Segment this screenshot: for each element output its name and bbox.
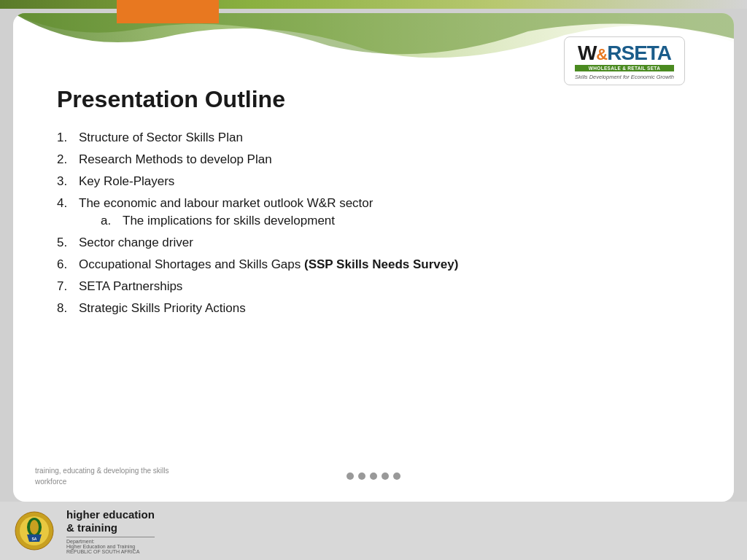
item-text: Structure of Sector Skills Plan	[79, 131, 243, 145]
list-item: The economic and labour market outlook W…	[57, 196, 690, 228]
item-text: Key Role-Players	[79, 174, 174, 189]
item-text: Strategic Skills Priority Actions	[79, 301, 246, 316]
item-text: Occupational Shortages and Skills Gaps (…	[79, 257, 458, 272]
logo-text: W&RSETA	[578, 42, 671, 65]
list-item: Key Role-Players	[57, 174, 690, 189]
dot-2	[358, 472, 365, 480]
list-item: Sector change driver	[57, 236, 690, 250]
slide-wrapper: W&RSETA WHOLESALE & RETAIL SETA Skills D…	[0, 0, 747, 560]
logo-green-bar: WHOLESALE & RETAIL SETA	[575, 65, 674, 71]
footer-dept-title: higher education& training	[66, 508, 155, 534]
dot-1	[347, 472, 354, 480]
sub-list-item: The implications for skills development	[79, 214, 373, 228]
footer-dept-text: higher education& training Department:Hi…	[66, 508, 155, 554]
slide-footer: training, educating & developing the ski…	[13, 451, 734, 502]
sub-item-text: The implications for skills development	[123, 214, 335, 228]
dot-3	[370, 472, 377, 480]
item-text: The economic and labour market outlook W…	[79, 196, 373, 210]
list-item: SETA Partnerships	[57, 279, 690, 294]
svg-text:SA: SA	[32, 537, 37, 541]
item-text: Research Methods to develop Plan	[79, 152, 272, 167]
outline-list: Structure of Sector Skills Plan Research…	[57, 131, 690, 316]
list-item: Structure of Sector Skills Plan	[57, 131, 690, 145]
list-item: Research Methods to develop Plan	[57, 152, 690, 167]
dot-5	[393, 472, 400, 480]
footer-dept-subtitle: Department:Higher Education and Training…	[66, 537, 155, 554]
svg-point-3	[30, 520, 39, 534]
top-bar	[0, 0, 747, 9]
coat-of-arms-icon: SA	[15, 511, 55, 551]
bottom-footer: SA higher education& training Department…	[0, 502, 747, 560]
dot-4	[382, 472, 389, 480]
orange-accent-block	[117, 0, 219, 23]
footer-left-text: training, educating & developing the ski…	[35, 465, 260, 487]
slide-main: W&RSETA WHOLESALE & RETAIL SETA Skills D…	[13, 13, 734, 502]
slide-title: Presentation Outline	[57, 86, 690, 113]
item-text: Sector change driver	[79, 236, 193, 250]
sub-list: The implications for skills development	[79, 214, 373, 228]
item-text: SETA Partnerships	[79, 279, 182, 294]
slide-dots	[260, 472, 486, 480]
list-item: Occupational Shortages and Skills Gaps (…	[57, 257, 690, 272]
list-item: Strategic Skills Priority Actions	[57, 301, 690, 316]
slide-content: Presentation Outline Structure of Sector…	[13, 71, 734, 451]
